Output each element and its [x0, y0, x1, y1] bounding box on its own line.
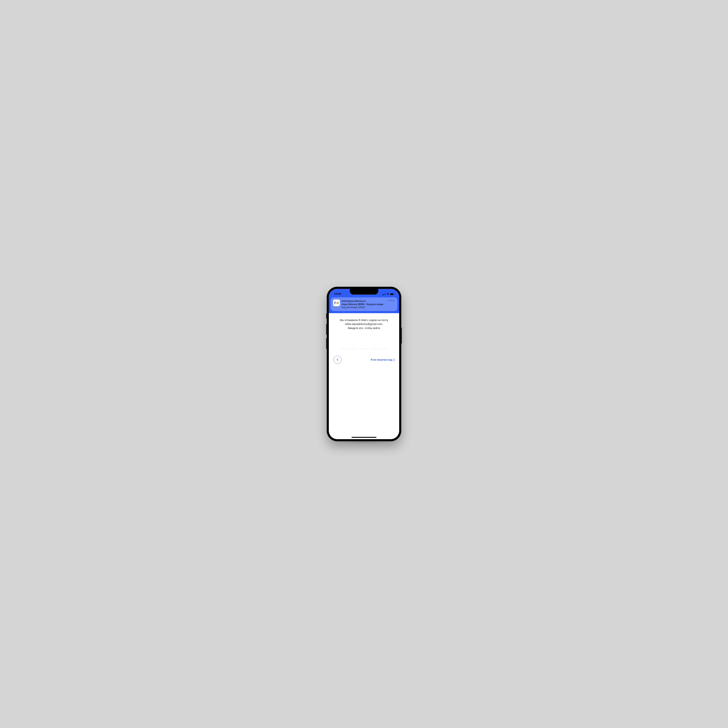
battery-icon [390, 293, 395, 295]
wifi-icon [386, 293, 389, 295]
instruction-text: Мы отправили E-Mail с кодом на почту nik… [333, 318, 395, 330]
phone-screen: 14:03 [329, 289, 399, 439]
home-indicator[interactable] [352, 437, 376, 438]
power-button [401, 327, 402, 344]
silent-switch [326, 314, 327, 319]
notification-body: Код для входа: 20438 [342, 306, 395, 309]
main-content: Мы отправили E-Mail с кодом на почту nik… [329, 313, 399, 364]
svg-rect-6 [394, 294, 395, 295]
svg-rect-2 [384, 294, 385, 295]
instruction-line-3: Введите его, чтобы войти [333, 326, 395, 330]
notification-card[interactable]: info@aqua-delivery.ru Aqua Delivery DEMO… [330, 297, 398, 311]
actions-row: Я не получил код :( [333, 356, 395, 364]
notification-sender: info@aqua-delivery.ru [342, 300, 395, 303]
code-digit-1[interactable] [340, 341, 347, 349]
code-digit-2[interactable] [350, 341, 358, 349]
notification-area: info@aqua-delivery.ru Aqua Delivery DEMO… [329, 297, 399, 313]
phone-notch [350, 289, 378, 295]
gmail-icon [333, 300, 340, 306]
notification-subject: Aqua Delivery DEMO - Код для входа [342, 303, 395, 306]
chevron-left-icon [336, 358, 338, 361]
notification-time: сейчас [388, 299, 395, 301]
svg-rect-5 [390, 294, 393, 295]
no-code-link[interactable]: Я не получил код :( [371, 358, 395, 361]
svg-rect-0 [382, 295, 383, 295]
status-icons [382, 293, 395, 295]
svg-rect-3 [385, 293, 385, 295]
cellular-signal-icon [382, 293, 385, 295]
svg-rect-1 [383, 294, 384, 295]
code-digit-3[interactable] [360, 341, 368, 349]
code-digit-4[interactable] [370, 341, 378, 349]
instruction-line-2: nikita.aquadelivery@gmail.com. [333, 322, 395, 326]
phone-frame: 14:03 [327, 287, 401, 441]
volume-down-button [326, 338, 327, 349]
back-button[interactable] [333, 356, 342, 364]
code-input-group [333, 341, 395, 349]
code-digit-5[interactable] [381, 341, 388, 349]
notification-content: info@aqua-delivery.ru Aqua Delivery DEMO… [342, 300, 395, 309]
status-time: 14:03 [333, 292, 341, 295]
volume-up-button [326, 324, 327, 335]
instruction-line-1: Мы отправили E-Mail с кодом на почту [333, 318, 395, 322]
